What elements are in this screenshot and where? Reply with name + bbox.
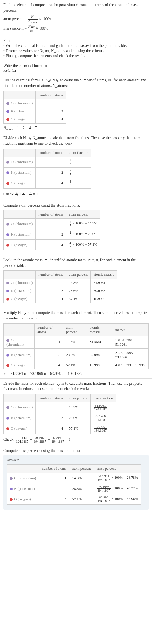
answer-label: Answer: — [7, 458, 145, 462]
cell-value: 1 × 51.9961 = 51.9961 — [112, 336, 148, 348]
col-pct: atom percent — [66, 210, 100, 219]
element-label: K (potassium) — [11, 232, 31, 236]
mass-calc-section: Multiply Nᵢ by mᵢ to compute the mass fo… — [0, 308, 152, 378]
atom-percent-section: Compute atom percents using the atom fra… — [0, 200, 152, 255]
table-row: O (oxygen)447 × 100% = 57.1% — [4, 240, 100, 250]
table-row: Cr (chromium)114.3%51.9961 — [4, 279, 117, 287]
cell-value: 4 — [36, 115, 66, 123]
plan-title: Plan: — [3, 38, 149, 43]
element-label: K (potassium) — [14, 486, 35, 491]
atom-percent-formula: atom percent = NiNatoms × 100% — [3, 15, 149, 24]
element-label: Cr (chromium) — [11, 222, 33, 226]
cell-value: 57.1% — [63, 361, 87, 369]
element-label: Cr (chromium) — [14, 476, 36, 480]
cell-value: 14.3% — [63, 336, 87, 348]
col-atoms: number of atoms — [36, 91, 66, 99]
dot-icon — [6, 102, 9, 105]
cell-value: 63.996194.1887 — [90, 423, 116, 434]
col-atoms: number of atoms — [36, 394, 66, 402]
cell-value: 51.9961194.1887 — [90, 402, 116, 413]
cell-value: 47 — [66, 178, 91, 188]
table-row: Cr (chromium)114.3%51.99611 × 51.9961 = … — [4, 336, 149, 348]
dot-icon — [6, 354, 9, 357]
cell-value: 51.9961 — [90, 279, 117, 287]
table-row: O (oxygen)4 — [4, 115, 66, 123]
dot-icon — [6, 233, 9, 236]
element-label: O (oxygen) — [11, 181, 28, 185]
cell-value: 4 — [36, 178, 66, 188]
element-label: Cr (chromium) — [6, 338, 24, 347]
table-row: Cr (chromium)114.3%51.9961194.1887 — [4, 402, 116, 413]
cell-value: 28.6% — [69, 483, 94, 494]
table-row: O (oxygen)447 — [4, 178, 91, 188]
cell-value: 1 — [36, 402, 66, 413]
table-row: K (potassium)228.6%39.0983 — [4, 287, 117, 295]
col-pct: atom percent — [69, 465, 94, 473]
cell-value: 4 — [36, 295, 66, 303]
plan-item-1: • Write the chemical formula and gather … — [3, 43, 149, 48]
cell-value: 1 — [36, 279, 66, 287]
cell-value: 2 — [36, 229, 66, 240]
atom-pct-intro: Compute atom percents using the atom fra… — [3, 203, 149, 208]
intro-text: Find the elemental composition for potas… — [3, 2, 149, 13]
table-row: O (oxygen)457.1%63.996194.1887 × 100% = … — [7, 494, 141, 505]
element-label: K (potassium) — [11, 416, 31, 420]
dot-icon — [6, 298, 9, 301]
cell-value: 1 — [35, 336, 63, 348]
dot-icon — [6, 290, 9, 292]
element-label: Cr (chromium) — [11, 405, 33, 409]
table-row: K (potassium)227 — [4, 167, 91, 178]
intro-section: Find the elemental composition for potas… — [0, 0, 152, 36]
element-label: O (oxygen) — [11, 426, 28, 430]
cell-value: 47 × 100% = 57.1% — [66, 240, 100, 250]
col-mass: atomic mass/u — [90, 271, 117, 279]
element-label: O (oxygen) — [14, 497, 31, 501]
table-row: K (potassium)228.6%78.1966194.1887 × 100… — [7, 483, 141, 494]
element-label: O (oxygen) — [11, 297, 28, 301]
atom-fraction-section: Divide each Nᵢ by N_atoms to calculate a… — [0, 133, 152, 200]
answer-table: number of atomsatom percentmass percent … — [7, 464, 141, 505]
cell-value: 51.9961194.1887 × 100% = 26.78% — [94, 473, 141, 483]
cell-value: 15.999 — [87, 361, 112, 369]
col-mpct: mass percent — [94, 465, 141, 473]
dot-icon — [6, 118, 9, 121]
cell-value: 4 — [36, 423, 66, 434]
mass-frac-check: Check: 51.9961194.1887 + 78.1966194.1887… — [3, 436, 149, 443]
dot-icon — [6, 282, 9, 284]
mass-pct-intro: Compute mass percents using the mass fra… — [3, 448, 149, 454]
element-label: Cr (chromium) — [11, 280, 33, 285]
formula-title: Write the chemical formula: — [3, 64, 149, 68]
dot-icon — [10, 488, 13, 490]
cell-value: 1 — [36, 99, 66, 107]
cell-value: 4 — [35, 361, 63, 369]
col-amass: atomic mass/u — [87, 323, 112, 336]
col-massu: mass/u — [112, 323, 148, 336]
cell-value: 2 — [35, 348, 63, 361]
cell-value: 28.6% — [63, 348, 87, 361]
col-atoms: number of atoms — [36, 210, 66, 219]
element-label: Cr (chromium) — [11, 160, 33, 164]
dot-icon — [6, 161, 9, 164]
atom-fraction-table: number of atomsatom fraction Cr (chromiu… — [3, 149, 91, 189]
mass-frac-intro: Divide the mass for each element by m to… — [3, 381, 149, 392]
cell-value: 4 × 15.999 = 63.996 — [112, 361, 148, 369]
plan-section: Plan: • Write the chemical formula and g… — [0, 36, 152, 61]
cell-value: 2 — [36, 287, 66, 295]
cell-value: 51.9961 — [87, 336, 112, 348]
mass-percent-section: Compute mass percents using the mass fra… — [0, 446, 152, 512]
table-row: O (oxygen)457.1%63.996194.1887 — [4, 423, 116, 434]
col-mfrac: mass fraction — [90, 394, 116, 402]
cell-value: 15.999 — [90, 295, 117, 303]
dot-icon — [6, 417, 9, 420]
element-label: O (oxygen) — [11, 363, 28, 367]
n-atoms-total: Natoms = 1 + 2 + 4 = 7 — [3, 126, 149, 131]
atom-frac-check: Check: 17 + 27 + 47 = 1 — [3, 191, 149, 198]
dot-icon — [6, 223, 9, 226]
dot-icon — [6, 171, 9, 174]
col-frac: atom fraction — [66, 149, 91, 157]
table-row: Cr (chromium)117 × 100% = 14.3% — [4, 219, 100, 229]
cell-value: 28.6% — [66, 287, 91, 295]
count-table: number of atoms Cr (chromium)1 K (potass… — [3, 91, 66, 124]
cell-value: 1 — [36, 157, 66, 167]
count-section: Use the chemical formula, K₂CrO₄, to cou… — [0, 75, 152, 133]
